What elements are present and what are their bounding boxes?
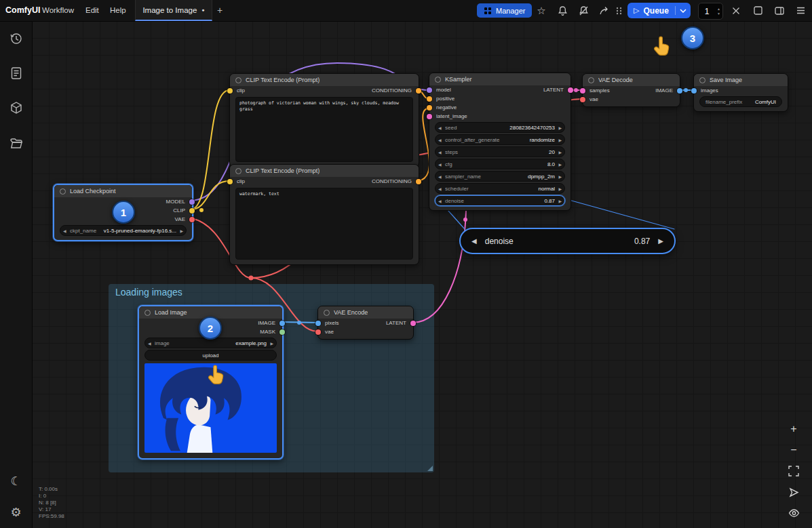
queue-options-chevron[interactable]: [676, 9, 691, 13]
queue-button[interactable]: ▷ Queue: [627, 3, 691, 18]
slot-dot-vae-input[interactable]: [315, 329, 321, 335]
prompt-textarea[interactable]: photograph of victorian woman with wings…: [235, 97, 413, 162]
slot-dot-vae-input[interactable]: [580, 97, 585, 102]
slot-dot-model-input[interactable]: [427, 87, 432, 93]
toggle-visibility-eye-icon[interactable]: [786, 506, 801, 521]
slot-dot-model[interactable]: [189, 199, 195, 205]
node-clip-text-encode-positive[interactable]: CLIP Text Encode (Prompt) clip CONDITION…: [229, 73, 419, 167]
batch-count-stepper[interactable]: 1 ▲ ▼: [698, 3, 723, 20]
slot-dot-pixels-input[interactable]: [315, 321, 321, 326]
queue-panel-icon[interactable]: [749, 0, 767, 21]
collapse-dot[interactable]: [144, 310, 151, 316]
widget-increment-icon[interactable]: ▶: [180, 228, 183, 233]
menu-workflow[interactable]: Workflow: [42, 0, 74, 21]
menu-help[interactable]: Help: [110, 0, 126, 21]
star-icon[interactable]: ☆: [533, 0, 550, 21]
side-panel-layout-icon[interactable]: [771, 0, 788, 21]
graph-canvas[interactable]: Loading images: [32, 21, 812, 528]
slot-dot-vae[interactable]: [189, 217, 195, 222]
widget-decrement-icon[interactable]: ◀: [148, 341, 151, 346]
filename-prefix-widget[interactable]: filename_prefix ComfyUI: [699, 96, 782, 107]
slot-dot-images-input[interactable]: [691, 88, 697, 94]
seed-widget[interactable]: ◀ seed 280823642470253 ▶: [435, 122, 565, 133]
workflows-folder-icon[interactable]: [0, 127, 32, 159]
node-clip-text-encode-negative[interactable]: CLIP Text Encode (Prompt) clip CONDITION…: [229, 164, 419, 265]
collapse-dot[interactable]: [324, 310, 330, 316]
widget-decrement-icon[interactable]: ◀: [438, 162, 442, 167]
widget-increment-icon[interactable]: ▶: [558, 186, 562, 191]
slot-dot-clip-input[interactable]: [227, 88, 233, 94]
sampler-name-widget[interactable]: ◀ sampler_name dpmpp_2m ▶: [435, 171, 565, 182]
manager-button[interactable]: Manager: [477, 3, 532, 18]
slot-dot-negative-input[interactable]: [427, 105, 432, 110]
widget-decrement-icon[interactable]: ◀: [471, 237, 477, 245]
widget-increment-icon[interactable]: ▶: [558, 199, 562, 203]
drag-grip-icon[interactable]: [613, 0, 624, 21]
ckpt-name-widget[interactable]: ◀ ckpt_name v1-5-pruned-emaonly-fp16.s..…: [60, 225, 187, 236]
notification-icon[interactable]: [554, 0, 571, 21]
model-library-icon[interactable]: [0, 92, 32, 123]
widget-increment-icon[interactable]: ▶: [558, 125, 562, 130]
slot-dot-latent-output[interactable]: [410, 321, 416, 326]
widget-decrement-icon[interactable]: ◀: [438, 138, 442, 142]
zoom-out-icon[interactable]: −: [786, 443, 801, 458]
settings-gear-icon[interactable]: ⚙: [0, 497, 32, 528]
collapse-dot[interactable]: [699, 77, 705, 83]
widget-decrement-icon[interactable]: ◀: [438, 186, 442, 191]
widget-decrement-icon[interactable]: ◀: [438, 199, 442, 203]
slot-dot-clip[interactable]: [189, 208, 195, 214]
collapse-dot[interactable]: [60, 188, 66, 195]
group-title[interactable]: Loading images: [109, 284, 434, 300]
collapse-dot[interactable]: [235, 168, 241, 174]
slot-dot-latent-image-input[interactable]: [427, 114, 432, 119]
steps-widget[interactable]: ◀ steps 20 ▶: [435, 146, 565, 157]
share-icon[interactable]: [596, 0, 613, 21]
slot-dot-samples-input[interactable]: [580, 88, 585, 94]
node-vae-decode[interactable]: VAE Decode samples IMAGE vae: [582, 73, 680, 107]
widget-increment-icon[interactable]: ▶: [658, 237, 663, 245]
widget-increment-icon[interactable]: ▶: [558, 150, 562, 155]
collapse-dot[interactable]: [235, 77, 241, 83]
batch-count-spinner[interactable]: ▲ ▼: [715, 7, 722, 16]
denoise-widget[interactable]: ◀ denoise 0.87 ▶: [435, 195, 565, 206]
upload-button[interactable]: upload: [144, 350, 277, 361]
slot-dot-image-output[interactable]: [677, 88, 682, 94]
slot-dot-clip-input[interactable]: [227, 179, 233, 184]
new-workflow-button[interactable]: +: [217, 0, 223, 21]
spinner-down-icon[interactable]: ▼: [717, 12, 720, 16]
zoom-in-icon[interactable]: +: [786, 422, 801, 436]
queue-history-icon[interactable]: [0, 23, 32, 54]
cfg-widget[interactable]: ◀ cfg 8.0 ▶: [435, 159, 565, 169]
slot-dot-latent-output[interactable]: [568, 87, 573, 93]
theme-toggle-moon-icon[interactable]: ☾: [0, 466, 32, 497]
menu-edit[interactable]: Edit: [85, 0, 99, 21]
menu-hamburger-icon[interactable]: [792, 0, 809, 21]
collapse-dot[interactable]: [588, 77, 594, 83]
node-library-icon[interactable]: [0, 58, 32, 89]
prompt-textarea[interactable]: watermark, text: [235, 188, 413, 260]
widget-increment-icon[interactable]: ▶: [558, 162, 562, 167]
slot-dot-conditioning-output[interactable]: [416, 179, 421, 184]
widget-decrement-icon[interactable]: ◀: [438, 150, 442, 155]
notification-muted-icon[interactable]: [575, 0, 592, 21]
node-ksampler[interactable]: KSampler model LATENT positive negative …: [429, 73, 571, 211]
clear-queue-icon[interactable]: [727, 0, 745, 21]
collapse-dot[interactable]: [435, 77, 441, 83]
widget-increment-icon[interactable]: ▶: [558, 174, 562, 179]
widget-decrement-icon[interactable]: ◀: [438, 125, 442, 130]
fit-view-icon[interactable]: [786, 464, 801, 479]
slot-dot-positive-input[interactable]: [427, 96, 432, 102]
denoise-zoom-callout[interactable]: ◀ denoise 0.87 ▶: [459, 228, 676, 254]
spinner-up-icon[interactable]: ▲: [717, 7, 720, 11]
workflow-tab[interactable]: Image to Image ●: [135, 0, 212, 21]
node-save-image[interactable]: Save Image images filename_prefix ComfyU…: [693, 73, 788, 112]
control-after-generate-widget[interactable]: ◀ control_after_generate randomize ▶: [435, 134, 565, 145]
widget-decrement-icon[interactable]: ◀: [63, 228, 66, 233]
select-pointer-icon[interactable]: [786, 485, 801, 500]
scheduler-widget[interactable]: ◀ scheduler normal ▶: [435, 183, 565, 194]
slot-dot-image-output[interactable]: [279, 321, 285, 326]
slot-dot-conditioning-output[interactable]: [416, 88, 421, 94]
slot-dot-mask-output[interactable]: [279, 329, 285, 335]
widget-increment-icon[interactable]: ▶: [270, 341, 273, 346]
widget-increment-icon[interactable]: ▶: [558, 138, 562, 142]
